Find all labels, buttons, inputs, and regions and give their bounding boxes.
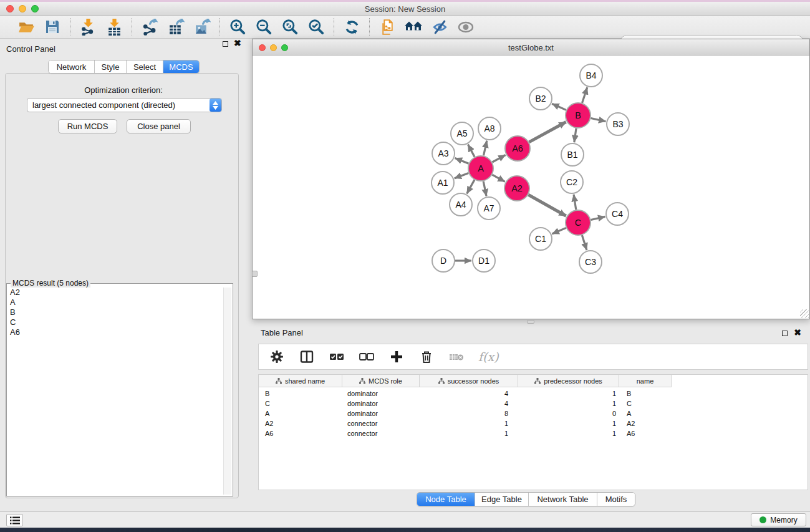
mcds-result-item[interactable]: A2 [8, 288, 223, 297]
table-cell[interactable]: dominator [342, 410, 420, 417]
copy-network-document-icon[interactable] [378, 17, 397, 36]
graph-edge[interactable] [591, 118, 606, 121]
criterion-dropdown[interactable]: largest connected component (directed) [27, 98, 222, 112]
close-table-panel-icon[interactable]: ✖ [794, 327, 801, 337]
table-row[interactable]: A2connector11A2 [259, 418, 808, 428]
table-row[interactable]: Bdominator41B [259, 389, 808, 399]
window-resize-grip[interactable] [800, 309, 809, 318]
graph-edge[interactable] [528, 195, 566, 216]
graph-node-D1[interactable]: D1 [473, 249, 495, 272]
table-cell[interactable]: connector [342, 430, 420, 437]
network-window-titlebar[interactable]: testGlobe.txt [253, 39, 809, 56]
float-panel-icon[interactable] [223, 41, 228, 47]
table-cell[interactable]: 4 [420, 400, 518, 407]
graph-node-C2[interactable]: C2 [561, 171, 583, 193]
graph-node-C3[interactable]: C3 [579, 251, 602, 273]
table-cell[interactable]: 8 [420, 410, 518, 417]
graph-node-B3[interactable]: B3 [607, 113, 629, 135]
select-all-checkboxes-icon[interactable] [329, 349, 345, 365]
refresh-icon[interactable] [342, 17, 361, 36]
column-header-mcds-role[interactable]: MCDS role [342, 375, 420, 387]
graph-edge[interactable] [574, 195, 576, 210]
zoom-in-icon[interactable] [228, 17, 247, 36]
table-cell[interactable]: B [259, 390, 342, 397]
graph-node-A4[interactable]: A4 [450, 193, 472, 216]
table-cell[interactable]: 1 [420, 430, 518, 437]
delete-table-icon[interactable] [448, 349, 465, 365]
table-cell[interactable]: A2 [259, 420, 342, 427]
open-session-icon[interactable] [17, 17, 36, 36]
show-details-eye-icon[interactable] [456, 17, 475, 36]
node-table[interactable]: shared name MCDS role successor nodes pr… [258, 374, 808, 490]
graph-node-C[interactable]: C [566, 210, 591, 235]
graph-edge[interactable] [483, 141, 486, 156]
export-network-icon[interactable] [140, 17, 159, 36]
mcds-result-item[interactable]: C [8, 317, 223, 327]
run-mcds-button[interactable]: Run MCDS [58, 119, 117, 133]
graph-node-A6[interactable]: A6 [505, 136, 530, 161]
graph-edge[interactable] [552, 228, 566, 234]
table-cell[interactable]: 1 [518, 430, 619, 437]
graph-edge[interactable] [467, 180, 475, 193]
graph-node-B4[interactable]: B4 [580, 64, 602, 87]
column-header-name[interactable]: name [619, 375, 672, 387]
tab-network[interactable]: Network [49, 60, 95, 73]
export-image-icon[interactable] [193, 17, 211, 36]
graph-node-A7[interactable]: A7 [478, 197, 500, 220]
graph-edge[interactable] [483, 181, 486, 196]
table-cell[interactable]: A2 [619, 420, 672, 427]
graph-node-A3[interactable]: A3 [432, 142, 455, 165]
mcds-result-item[interactable]: B [8, 307, 223, 317]
tab-network-table[interactable]: Network Table [529, 493, 597, 506]
table-cell[interactable]: A [259, 410, 342, 417]
export-table-icon[interactable] [166, 17, 185, 36]
graph-node-D[interactable]: D [432, 249, 455, 272]
table-cell[interactable]: 4 [420, 390, 518, 397]
graph-node-B1[interactable]: B1 [561, 143, 584, 166]
table-cell[interactable]: B [619, 390, 672, 397]
add-column-icon[interactable] [388, 349, 405, 365]
graph-node-B2[interactable]: B2 [529, 87, 552, 110]
memory-button[interactable]: Memory [751, 513, 806, 526]
tab-edge-table[interactable]: Edge Table [475, 493, 529, 506]
split-divider-grip-horizontal[interactable] [527, 320, 534, 324]
table-cell[interactable]: 1 [420, 420, 518, 427]
split-columns-icon[interactable] [299, 349, 315, 365]
table-cell[interactable]: A6 [259, 430, 342, 437]
table-cell[interactable]: 1 [518, 420, 619, 427]
split-divider-grip-vertical[interactable] [252, 271, 258, 277]
graph-node-A5[interactable]: A5 [451, 122, 473, 145]
tab-node-table[interactable]: Node Table [417, 493, 475, 506]
table-row[interactable]: A6connector11A6 [259, 428, 808, 438]
import-table-icon[interactable] [105, 17, 123, 36]
task-history-button[interactable] [6, 514, 23, 526]
table-cell[interactable]: connector [342, 420, 420, 427]
home-icon[interactable] [404, 17, 423, 36]
column-header-predecessor-nodes[interactable]: predecessor nodes [518, 375, 619, 387]
graph-node-A1[interactable]: A1 [432, 172, 454, 194]
graph-node-A[interactable]: A [468, 156, 493, 181]
graph-node-A8[interactable]: A8 [478, 117, 501, 140]
tab-select[interactable]: Select [127, 60, 163, 73]
hide-details-icon[interactable] [430, 17, 449, 36]
column-header-shared-name[interactable]: shared name [259, 375, 342, 387]
graph-node-A2[interactable]: A2 [504, 176, 529, 201]
graph-edge[interactable] [582, 235, 587, 250]
table-cell[interactable]: A6 [619, 430, 672, 437]
network-canvas[interactable]: AA1A2A3A4A5A6A7A8BB1B2B3B4CC1C2C3C4DD1 [253, 56, 809, 319]
close-panel-button[interactable]: Close panel [127, 119, 191, 133]
tab-motifs[interactable]: Motifs [597, 493, 635, 506]
mcds-result-item[interactable]: A6 [8, 327, 223, 337]
tab-mcds[interactable]: MCDS [163, 60, 199, 73]
import-network-icon[interactable] [79, 17, 97, 36]
save-session-icon[interactable] [43, 17, 62, 36]
gear-icon[interactable] [269, 349, 285, 365]
graph-node-C4[interactable]: C4 [606, 203, 629, 225]
zoom-selected-icon[interactable] [307, 17, 325, 36]
table-cell[interactable]: C [619, 400, 672, 407]
table-cell[interactable]: C [259, 400, 342, 407]
zoom-fit-icon[interactable] [281, 17, 299, 36]
function-builder-icon[interactable]: f(x) [478, 349, 499, 365]
mcds-result-scrollbar[interactable] [223, 288, 231, 495]
graph-edge[interactable] [455, 158, 469, 163]
